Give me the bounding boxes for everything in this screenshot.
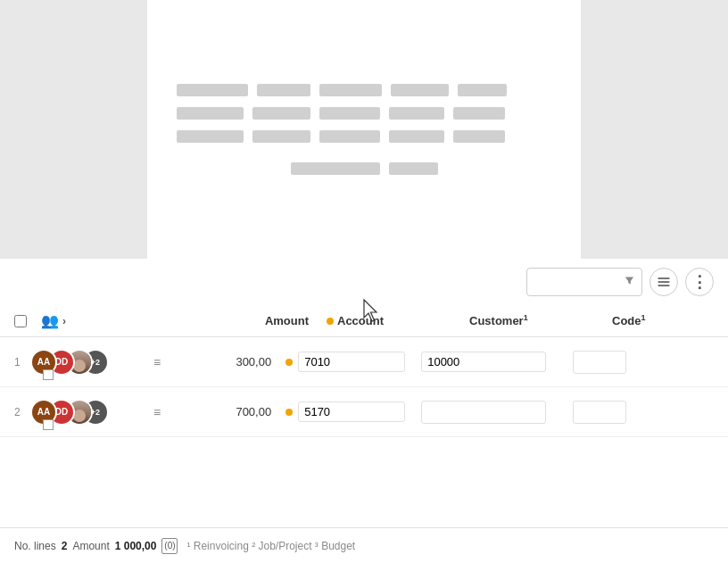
amount-label: Amount — [72, 540, 109, 552]
left-panel — [0, 0, 147, 259]
more-button[interactable]: ⋮ — [685, 268, 714, 296]
copy-icon[interactable]: (0) — [161, 538, 178, 554]
th-checkbox[interactable] — [14, 315, 41, 327]
cell-customer — [414, 352, 566, 372]
right-panel — [581, 0, 728, 259]
skeleton-block — [458, 84, 507, 96]
account-header-label: Account — [337, 314, 384, 327]
cell-customer — [414, 401, 566, 424]
table-row: 1 AA DD +2 ≡ 300,00 — [0, 337, 728, 387]
skeleton-row-last — [177, 162, 551, 175]
skeleton-block — [319, 107, 380, 120]
list-view-button[interactable] — [649, 268, 678, 296]
amount-header-label: Amount — [265, 314, 309, 327]
row-menu-icon[interactable]: ≡ — [150, 352, 164, 373]
th-account: Account — [309, 314, 451, 327]
row-number: 2 — [14, 406, 30, 418]
cell-amount: 300,00 — [164, 355, 271, 368]
account-input[interactable] — [298, 402, 405, 422]
search-input[interactable] — [526, 268, 642, 296]
code-input-area — [573, 401, 626, 424]
cell-code — [566, 401, 714, 424]
toolbar: ⋮ — [0, 259, 728, 305]
skeleton-block — [391, 84, 449, 96]
no-lines-value: 2 — [62, 540, 68, 552]
account-input[interactable] — [298, 352, 405, 372]
th-code: Code1 — [594, 313, 714, 327]
skeleton-row-2 — [177, 107, 551, 120]
select-all-checkbox[interactable] — [14, 315, 27, 327]
avatar-group: AA DD +2 — [30, 344, 146, 380]
account-row-dot — [285, 409, 293, 416]
th-customer: Customer1 — [451, 313, 594, 327]
customer-empty-cell — [421, 401, 546, 424]
skeleton-block — [252, 130, 310, 143]
skeleton-row-1 — [177, 84, 551, 96]
th-group: 👥 › — [41, 312, 166, 329]
people-icon: 👥 — [41, 312, 59, 329]
footnote-text: ¹ Reinvoicing ² Job/Project ³ Budget — [186, 540, 355, 552]
code-input-area — [573, 351, 626, 374]
svg-rect-0 — [658, 277, 670, 279]
skeleton-row-3 — [177, 130, 551, 143]
row-menu-icon[interactable]: ≡ — [150, 402, 164, 423]
skeleton-block — [177, 130, 244, 143]
cell-account — [271, 352, 414, 372]
row-checkbox[interactable] — [43, 369, 54, 380]
table-row: 2 AA DD +2 ≡ 700,00 — [0, 387, 728, 437]
cell-amount: 700,00 — [164, 405, 271, 418]
skeleton-block — [177, 84, 248, 96]
chevron-right-icon[interactable]: › — [62, 315, 66, 327]
row-checkbox[interactable] — [43, 419, 54, 430]
cell-account — [271, 402, 414, 422]
amount-value: 1 000,00 — [115, 540, 157, 552]
th-amount: Amount — [166, 314, 309, 327]
skeleton-block — [453, 130, 505, 143]
svg-rect-2 — [658, 285, 670, 286]
cell-code — [566, 351, 714, 374]
customer-header-label: Customer — [469, 315, 524, 328]
skeleton-block — [389, 130, 444, 143]
skeleton-block — [389, 107, 444, 120]
main-container: ⋮ 👥 › Amount Account Customer1 Code1 1 A… — [0, 0, 728, 563]
account-row-dot — [285, 359, 293, 366]
customer-input[interactable] — [421, 352, 546, 372]
center-panel — [147, 0, 581, 259]
skeleton-block — [257, 84, 310, 96]
svg-rect-1 — [658, 281, 670, 283]
skeleton-block — [389, 162, 438, 175]
table-header: 👥 › Amount Account Customer1 Code1 — [0, 305, 728, 337]
skeleton-block — [177, 107, 244, 120]
no-lines-label: No. lines — [14, 540, 56, 552]
skeleton-block — [252, 107, 310, 120]
search-wrap — [526, 268, 642, 296]
skeleton-block — [291, 162, 380, 175]
account-dot — [327, 318, 334, 325]
avatar-group: AA DD +2 — [30, 394, 146, 430]
row-number: 1 — [14, 356, 30, 368]
preview-layout — [0, 0, 728, 259]
code-header-label: Code — [612, 315, 641, 328]
preview-content — [159, 66, 569, 193]
footer: No. lines 2 Amount 1 000,00 (0) ¹ Reinvo… — [0, 527, 728, 563]
skeleton-block — [319, 130, 380, 143]
skeleton-block — [453, 107, 505, 120]
skeleton-block — [319, 84, 382, 96]
copy-count: (0) — [164, 541, 175, 551]
